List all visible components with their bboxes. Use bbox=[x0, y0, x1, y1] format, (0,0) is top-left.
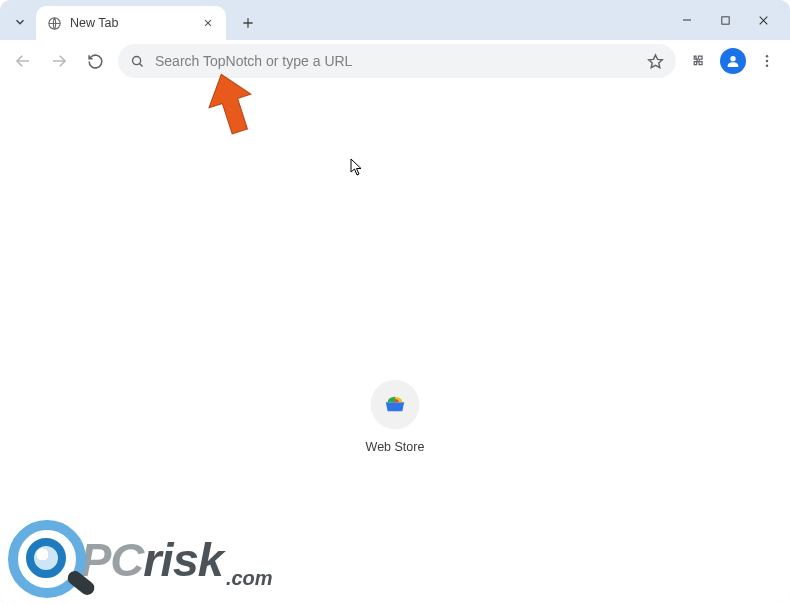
tab-title: New Tab bbox=[70, 16, 192, 30]
star-icon bbox=[647, 53, 664, 70]
maximize-button[interactable] bbox=[708, 6, 742, 34]
shortcut-label: Web Store bbox=[340, 440, 450, 454]
window-close-button[interactable] bbox=[746, 6, 780, 34]
arrow-right-icon bbox=[50, 52, 68, 70]
browser-window: New Tab bbox=[0, 0, 790, 604]
menu-button[interactable] bbox=[750, 44, 784, 78]
tab-strip: New Tab bbox=[0, 0, 790, 40]
svg-point-11 bbox=[133, 56, 141, 64]
window-controls bbox=[670, 0, 790, 40]
svg-point-14 bbox=[730, 56, 735, 61]
svg-point-15 bbox=[766, 55, 769, 58]
shortcut-web-store[interactable]: Web Store bbox=[340, 380, 450, 454]
minimize-icon bbox=[681, 14, 693, 26]
close-icon bbox=[203, 18, 213, 28]
svg-point-16 bbox=[766, 60, 769, 63]
forward-button[interactable] bbox=[42, 44, 76, 78]
plus-icon bbox=[241, 16, 255, 30]
person-icon bbox=[725, 53, 741, 69]
shortcut-tile bbox=[371, 380, 419, 428]
extensions-button[interactable] bbox=[682, 44, 716, 78]
back-button[interactable] bbox=[6, 44, 40, 78]
dots-vertical-icon bbox=[759, 53, 775, 69]
arrow-left-icon bbox=[14, 52, 32, 70]
browser-tab[interactable]: New Tab bbox=[36, 6, 226, 40]
reload-button[interactable] bbox=[78, 44, 112, 78]
maximize-icon bbox=[720, 15, 731, 26]
webstore-icon bbox=[384, 393, 406, 415]
svg-line-12 bbox=[140, 63, 143, 66]
toolbar: Search TopNotch or type a URL bbox=[0, 40, 790, 82]
globe-icon bbox=[46, 15, 62, 31]
new-tab-button[interactable] bbox=[234, 9, 262, 37]
close-icon bbox=[757, 14, 770, 27]
svg-marker-13 bbox=[649, 54, 663, 67]
reload-icon bbox=[87, 53, 104, 70]
puzzle-icon bbox=[691, 53, 708, 70]
search-icon bbox=[130, 54, 145, 69]
tab-close-button[interactable] bbox=[200, 15, 216, 31]
svg-point-17 bbox=[766, 64, 769, 67]
profile-button[interactable] bbox=[720, 48, 746, 74]
page-content: Web Store bbox=[0, 82, 790, 604]
minimize-button[interactable] bbox=[670, 6, 704, 34]
address-bar[interactable]: Search TopNotch or type a URL bbox=[118, 44, 676, 78]
chevron-down-icon bbox=[13, 15, 27, 29]
tab-search-button[interactable] bbox=[6, 8, 34, 36]
address-bar-placeholder: Search TopNotch or type a URL bbox=[155, 53, 637, 69]
bookmark-button[interactable] bbox=[647, 53, 664, 70]
svg-rect-6 bbox=[721, 16, 728, 23]
